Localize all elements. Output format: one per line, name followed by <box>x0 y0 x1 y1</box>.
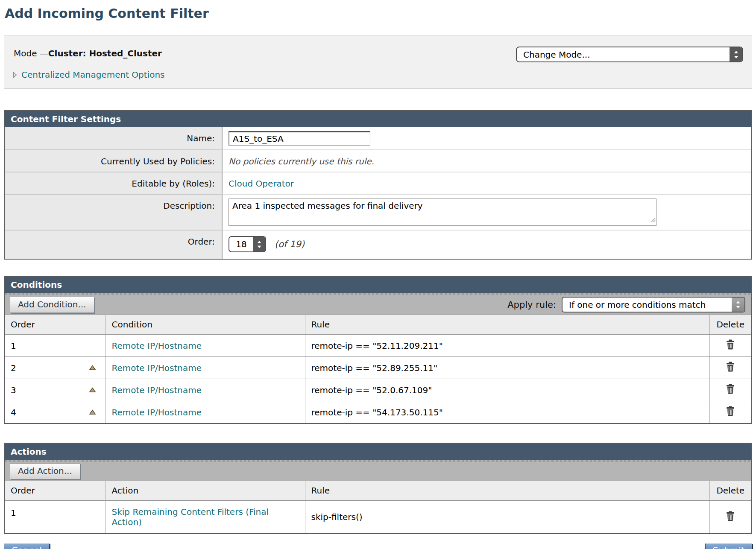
condition-rule: remote-ip == "52.11.209.211" <box>311 341 443 351</box>
conditions-panel: Conditions Add Condition... Apply rule: … <box>4 276 752 424</box>
conditions-header: Conditions <box>5 277 751 293</box>
condition-order: 4 <box>11 407 16 418</box>
trash-icon[interactable] <box>726 384 735 394</box>
col-condition-header: Condition <box>105 315 305 334</box>
description-textarea[interactable]: Area 1 inspected messages for final deli… <box>229 199 656 226</box>
conditions-toolbar: Add Condition... Apply rule: If one or m… <box>5 293 751 315</box>
change-mode-select[interactable]: Change Mode... <box>516 47 743 62</box>
name-row: Name: <box>5 127 751 150</box>
select-stepper-icon <box>730 47 742 61</box>
name-label: Name: <box>5 127 222 150</box>
col-action-header: Action <box>105 481 305 500</box>
condition-row: 4 Remote IP/Hostname remote-ip == "54.17… <box>5 401 751 423</box>
add-condition-button[interactable]: Add Condition... <box>10 297 94 313</box>
move-up-icon[interactable] <box>89 409 96 415</box>
centralized-management-options-label: Centralized Management Options <box>21 70 165 80</box>
order-label: Order: <box>5 230 222 259</box>
select-stepper-icon <box>253 237 265 251</box>
order-select[interactable]: 18 <box>229 236 266 252</box>
roles-row: Editable by (Roles): Cloud Operator <box>5 172 751 194</box>
trash-icon[interactable] <box>726 511 735 521</box>
policies-row: Currently Used by Policies: No policies … <box>5 150 751 172</box>
actions-table-header-row: Order Action Rule Delete <box>5 481 751 500</box>
order-row: Order: 18 (of 19) <box>5 230 751 259</box>
condition-link[interactable]: Remote IP/Hostname <box>112 341 202 351</box>
condition-order: 1 <box>11 341 16 351</box>
mode-value: Cluster: Hosted_Cluster <box>48 48 162 58</box>
policies-value: No policies currently use this rule. <box>229 154 374 166</box>
name-input[interactable] <box>229 131 370 146</box>
condition-rule: remote-ip == "52.89.255.11" <box>311 363 438 373</box>
col-rule-header: Rule <box>305 481 709 500</box>
mode-bar: Mode —Cluster: Hosted_Cluster Change Mod… <box>4 35 752 89</box>
submit-button[interactable]: Submit <box>705 543 753 549</box>
condition-link[interactable]: Remote IP/Hostname <box>112 385 202 395</box>
page: Add Incoming Content Filter Mode —Cluste… <box>0 0 756 549</box>
content-filter-settings-header: Content Filter Settings <box>5 111 751 127</box>
centralized-management-options-link[interactable]: Centralized Management Options <box>13 70 165 80</box>
col-order-header: Order <box>5 481 105 500</box>
policies-label: Currently Used by Policies: <box>5 150 222 172</box>
disclosure-triangle-icon <box>13 72 17 78</box>
conditions-table: Order Condition Rule Delete 1 Remote IP/… <box>5 315 751 423</box>
condition-row: 3 Remote IP/Hostname remote-ip == "52.0.… <box>5 379 751 401</box>
cancel-button[interactable]: Cancel <box>4 543 50 549</box>
trash-icon[interactable] <box>726 362 735 372</box>
footer-bar: Cancel Submit <box>4 543 752 549</box>
page-title: Add Incoming Content Filter <box>5 6 752 21</box>
actions-toolbar: Add Action... <box>5 460 751 481</box>
actions-table: Order Action Rule Delete 1 Skip Remainin… <box>5 481 751 533</box>
actions-panel: Actions Add Action... Order Action Rule … <box>4 443 752 534</box>
move-up-icon[interactable] <box>89 387 96 393</box>
apply-rule-label: Apply rule: <box>507 300 556 310</box>
condition-link[interactable]: Remote IP/Hostname <box>112 363 202 373</box>
col-rule-header: Rule <box>305 315 709 334</box>
apply-rule-select-value: If one or more conditions match <box>563 298 732 312</box>
order-select-value: 18 <box>229 237 253 251</box>
condition-link[interactable]: Remote IP/Hostname <box>112 407 202 418</box>
conditions-table-header-row: Order Condition Rule Delete <box>5 315 751 334</box>
settings-table: Name: Currently Used by Policies: No pol… <box>5 127 751 259</box>
action-link[interactable]: Skip Remaining Content Filters (Final Ac… <box>112 507 269 527</box>
condition-order: 2 <box>11 363 16 373</box>
condition-row: 1 Remote IP/Hostname remote-ip == "52.11… <box>5 334 751 357</box>
action-row: 1 Skip Remaining Content Filters (Final … <box>5 500 751 533</box>
col-delete-header: Delete <box>709 481 751 500</box>
condition-order: 3 <box>11 385 16 395</box>
mode-line: Mode —Cluster: Hosted_Cluster <box>14 48 162 58</box>
content-filter-settings-panel: Content Filter Settings Name: Currently … <box>4 110 752 260</box>
col-order-header: Order <box>5 315 105 334</box>
condition-row: 2 Remote IP/Hostname remote-ip == "52.89… <box>5 357 751 379</box>
move-up-icon[interactable] <box>89 365 96 371</box>
change-mode-select-value: Change Mode... <box>517 47 730 61</box>
trash-icon[interactable] <box>726 339 735 350</box>
col-delete-header: Delete <box>709 315 751 334</box>
condition-rule: remote-ip == "52.0.67.109" <box>311 385 432 395</box>
actions-header: Actions <box>5 444 751 460</box>
apply-rule-select[interactable]: If one or more conditions match <box>562 297 745 312</box>
order-total-label: (of 19) <box>275 239 305 249</box>
trash-icon[interactable] <box>726 406 735 416</box>
action-rule: skip-filters() <box>311 512 363 522</box>
select-stepper-icon <box>732 298 744 312</box>
mode-label: Mode — <box>14 48 48 58</box>
description-row: Description: Area 1 inspected messages f… <box>5 194 751 230</box>
cloud-operator-link[interactable]: Cloud Operator <box>229 176 294 189</box>
roles-label: Editable by (Roles): <box>5 172 222 194</box>
action-order: 1 <box>11 508 16 518</box>
description-label: Description: <box>5 194 222 230</box>
condition-rule: remote-ip == "54.173.50.115" <box>311 407 443 418</box>
add-action-button[interactable]: Add Action... <box>10 463 80 479</box>
